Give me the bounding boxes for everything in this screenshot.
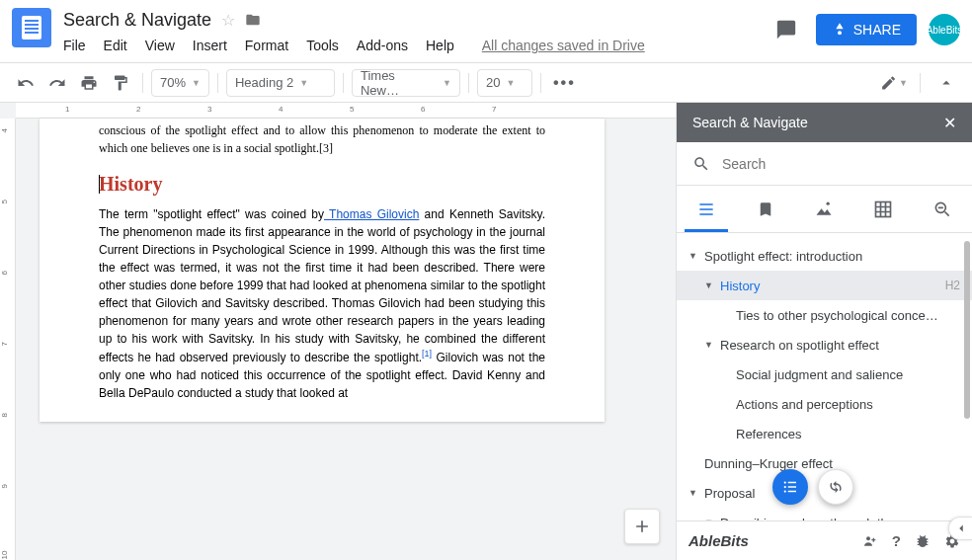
heading-history[interactable]: History bbox=[99, 173, 545, 196]
svg-point-0 bbox=[838, 31, 842, 35]
fab-refresh[interactable] bbox=[818, 469, 853, 505]
tab-headings[interactable] bbox=[677, 186, 736, 232]
svg-point-6 bbox=[784, 490, 786, 492]
caret-icon: ▼ bbox=[688, 488, 698, 498]
paint-format-button[interactable] bbox=[107, 69, 134, 97]
ruler-tick: 10 bbox=[0, 551, 9, 560]
outline-item[interactable]: ▼Describing a plane through three … bbox=[677, 508, 972, 520]
search-icon bbox=[692, 155, 710, 173]
tab-images[interactable] bbox=[795, 186, 854, 232]
outline-item[interactable]: ▼Research on spotlight effect bbox=[677, 330, 972, 360]
fab-outline[interactable] bbox=[772, 469, 808, 505]
heading-level: H2 bbox=[945, 279, 960, 292]
ruler-tick: 5 bbox=[0, 200, 9, 203]
citation[interactable]: [1] bbox=[422, 349, 432, 359]
body-text[interactable]: conscious of the spotlight effect and to… bbox=[99, 119, 545, 157]
print-button[interactable] bbox=[75, 69, 103, 97]
ruler-tick: 5 bbox=[350, 105, 354, 114]
menu-view[interactable]: View bbox=[145, 38, 175, 53]
star-icon[interactable]: ☆ bbox=[221, 11, 235, 30]
ruler-tick: 7 bbox=[492, 105, 496, 114]
outline-label: Social judgment and salience bbox=[736, 367, 960, 382]
menu-edit[interactable]: Edit bbox=[104, 38, 127, 53]
menu-format[interactable]: Format bbox=[245, 38, 288, 53]
account-avatar[interactable]: AbleBits bbox=[929, 14, 960, 45]
ruler-tick: 3 bbox=[207, 105, 211, 114]
horizontal-ruler[interactable]: 1234567 bbox=[16, 103, 676, 119]
caret-icon: ▼ bbox=[704, 340, 714, 350]
document-page[interactable]: conscious of the spotlight effect and to… bbox=[40, 119, 605, 422]
outline-item[interactable]: ▼HistoryH2 bbox=[677, 271, 972, 300]
redo-button[interactable] bbox=[43, 69, 71, 97]
outline-label: Spotlight effect: introduction bbox=[704, 249, 960, 264]
outline-item[interactable]: Social judgment and salience bbox=[677, 360, 972, 389]
addon-sidebar: Search & Navigate ✕ bbox=[676, 103, 972, 560]
outline-item[interactable]: Actions and perceptions bbox=[677, 389, 972, 419]
sidebar-tabs bbox=[677, 186, 972, 233]
hide-sidebar-button[interactable] bbox=[932, 69, 960, 97]
close-icon[interactable]: ✕ bbox=[943, 114, 956, 132]
outline-item[interactable]: Ties to other psychological conce… bbox=[677, 300, 972, 330]
body-text[interactable]: The term "spotlight effect" was coined b… bbox=[99, 205, 545, 402]
outline-label: References bbox=[736, 427, 960, 441]
outline-label: Research on spotlight effect bbox=[720, 338, 960, 353]
font-select[interactable]: Times New…▼ bbox=[352, 69, 460, 97]
document-canvas[interactable]: 1234567 45678910 conscious of the spotli… bbox=[0, 103, 676, 560]
undo-button[interactable] bbox=[12, 69, 40, 97]
help-icon[interactable]: ? bbox=[892, 532, 901, 549]
outline-item[interactable]: References bbox=[677, 419, 972, 448]
explore-button[interactable] bbox=[624, 509, 660, 544]
menu-insert[interactable]: Insert bbox=[193, 38, 227, 53]
sidebar-title: Search & Navigate bbox=[692, 115, 808, 130]
editing-mode-button[interactable]: ▼ bbox=[880, 69, 908, 97]
brand-label[interactable]: AbleBits bbox=[688, 532, 749, 549]
menu-bar: File Edit View Insert Format Tools Add-o… bbox=[63, 38, 769, 53]
tab-search[interactable] bbox=[913, 186, 972, 232]
share-icon[interactable] bbox=[862, 533, 878, 549]
docs-logo-icon[interactable] bbox=[12, 8, 51, 47]
share-label: SHARE bbox=[853, 22, 901, 38]
save-status[interactable]: All changes saved in Drive bbox=[482, 38, 645, 53]
menu-file[interactable]: File bbox=[63, 38, 86, 53]
tab-bookmarks[interactable] bbox=[736, 186, 795, 232]
collapse-side-panel-button[interactable] bbox=[948, 517, 972, 540]
document-title[interactable]: Search & Navigate bbox=[63, 10, 211, 31]
sidebar-header: Search & Navigate ✕ bbox=[677, 103, 972, 142]
ruler-tick: 6 bbox=[421, 105, 425, 114]
sidebar-search bbox=[677, 142, 972, 186]
outline-item[interactable]: ▼Spotlight effect: introduction bbox=[677, 241, 972, 271]
scrollbar-thumb[interactable] bbox=[964, 241, 970, 419]
search-input[interactable] bbox=[722, 156, 956, 172]
menu-tools[interactable]: Tools bbox=[306, 38, 339, 53]
app-header: Search & Navigate ☆ File Edit View Inser… bbox=[0, 0, 972, 63]
more-toolbar-button[interactable]: ••• bbox=[553, 74, 576, 92]
menu-addons[interactable]: Add-ons bbox=[357, 38, 408, 53]
ruler-tick: 4 bbox=[279, 105, 283, 114]
ruler-tick: 4 bbox=[0, 128, 9, 132]
outline-label: Actions and perceptions bbox=[736, 397, 960, 412]
ruler-tick: 7 bbox=[0, 342, 9, 346]
outline-label: History bbox=[720, 279, 939, 293]
bug-icon[interactable] bbox=[915, 533, 931, 549]
link-gilovich[interactable]: Thomas Gilovich bbox=[324, 207, 419, 221]
folder-icon[interactable] bbox=[245, 12, 261, 28]
ruler-tick: 9 bbox=[0, 484, 9, 488]
menu-help[interactable]: Help bbox=[426, 38, 454, 53]
zoom-select[interactable]: 70%▼ bbox=[151, 69, 209, 97]
style-select[interactable]: Heading 2▼ bbox=[226, 69, 335, 97]
ruler-tick: 2 bbox=[136, 105, 140, 114]
caret-icon: ▼ bbox=[704, 518, 714, 520]
svg-point-1 bbox=[827, 201, 830, 204]
comments-button[interactable] bbox=[769, 12, 804, 47]
svg-point-5 bbox=[784, 486, 786, 488]
share-button[interactable]: SHARE bbox=[816, 14, 917, 45]
vertical-ruler[interactable]: 45678910 bbox=[0, 119, 16, 560]
svg-rect-8 bbox=[788, 486, 796, 488]
caret-icon: ▼ bbox=[704, 280, 714, 290]
svg-rect-7 bbox=[788, 482, 796, 484]
outline-label: Describing a plane through three … bbox=[720, 516, 960, 521]
svg-point-10 bbox=[866, 536, 870, 540]
font-size-select[interactable]: 20▼ bbox=[477, 69, 532, 97]
tab-tables[interactable] bbox=[853, 186, 913, 232]
svg-rect-2 bbox=[876, 201, 891, 216]
